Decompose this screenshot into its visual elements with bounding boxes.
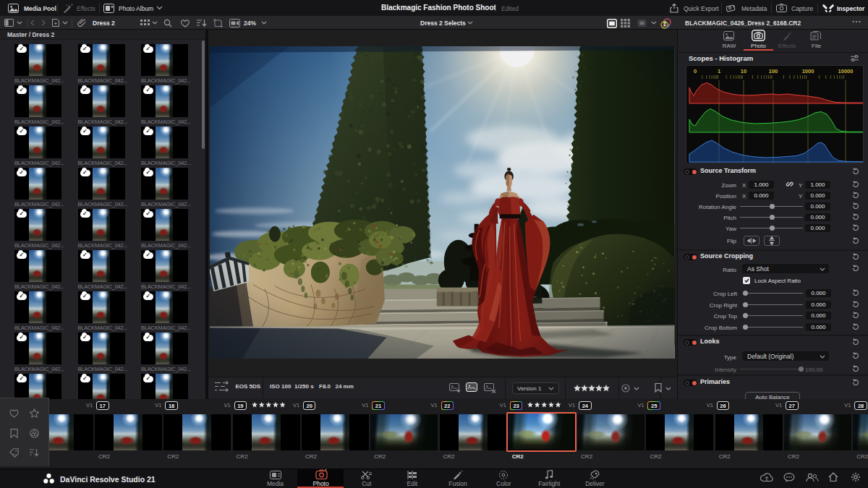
svg-text:1000: 1000: [802, 68, 814, 74]
svg-text:10000: 10000: [838, 68, 854, 74]
svg-text:0: 0: [694, 68, 697, 74]
svg-text:1: 1: [718, 68, 720, 74]
svg-text:10: 10: [741, 68, 746, 74]
svg-text:100: 100: [769, 68, 778, 74]
